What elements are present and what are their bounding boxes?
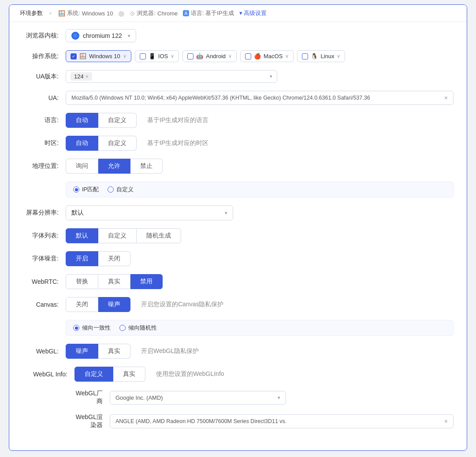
clear-renderer-button[interactable]: ×: [444, 418, 448, 425]
browser-core-label: 浏览器内核:: [22, 32, 62, 40]
system-label: 系统:: [67, 9, 80, 17]
language-auto-button[interactable]: 自动: [66, 113, 98, 128]
language-custom-button[interactable]: 自定义: [98, 113, 137, 128]
canvas-label: Canvas:: [22, 301, 62, 308]
resolution-label: 屏幕分辨率:: [22, 209, 62, 217]
os-item-macos[interactable]: 🍎 MacOS ∨: [240, 50, 294, 62]
chevron-down-icon: ∨: [337, 53, 340, 59]
os-item-linux[interactable]: 🐧 Linux ∨: [297, 50, 345, 62]
geo-radio-custom-circle: [108, 186, 114, 193]
chevron-down-icon: ▾: [128, 33, 130, 39]
webgl-vendor-value: Google Inc. (AMD): [115, 394, 163, 401]
webgl-info-custom-button[interactable]: 自定义: [74, 367, 113, 382]
geo-radio-group: IP匹配 自定义: [66, 182, 454, 197]
language-hint: 基于IP生成对应的语言: [140, 113, 208, 127]
timezone-row: 时区: 自动 自定义 基于IP生成对应的时区: [22, 136, 454, 151]
font-noise-on-button[interactable]: 开启: [66, 251, 98, 266]
webgl-info-btn-group: 自定义 真实: [74, 367, 145, 382]
webrtc-replace-button[interactable]: 替换: [66, 274, 98, 289]
canvas-off-button[interactable]: 关闭: [66, 297, 98, 312]
webgl-info-row: WebGL Info: 自定义 真实 使用您设置的WebGLInfo: [22, 367, 454, 382]
geo-deny-button[interactable]: 禁止: [130, 159, 163, 174]
browser-core-select[interactable]: chromium 122 ▾: [66, 29, 136, 42]
remove-tag-button[interactable]: ×: [86, 74, 89, 80]
canvas-radio-consistent[interactable]: 倾向一致性: [73, 324, 111, 332]
geo-ask-button[interactable]: 询问: [66, 159, 98, 174]
ua-version-label: UA版本:: [22, 73, 62, 81]
webrtc-disable-button[interactable]: 禁用: [130, 274, 163, 289]
windows-icon: 🪟: [79, 53, 86, 59]
font-list-custom-button[interactable]: 自定义: [98, 228, 137, 243]
os-checkbox-windows10: [71, 53, 77, 59]
os-row: 操作系统: 🪟 Windows 10 ∨ 📱 IOS ∨: [22, 50, 454, 62]
os-checkbox-macos: [245, 53, 251, 59]
chevron-down-icon: ∨: [228, 53, 232, 59]
android-icon: 🤖: [196, 53, 203, 59]
font-list-random-button[interactable]: 随机生成: [137, 228, 181, 243]
font-noise-row: 字体噪音: 开启 关闭: [22, 251, 454, 266]
os-label-android: Android: [206, 53, 226, 59]
os-item-windows10[interactable]: 🪟 Windows 10 ∨: [66, 50, 131, 62]
system-value: Windows 10: [82, 10, 113, 17]
browser-core-value: chromium 122: [83, 32, 122, 39]
timezone-custom-button[interactable]: 自定义: [98, 136, 137, 151]
clear-ua-button[interactable]: ×: [444, 94, 448, 101]
resolution-row: 屏幕分辨率: 默认 ▾: [22, 205, 454, 220]
geo-radio-ip-label: IP匹配: [82, 186, 99, 193]
webgl-renderer-row: WebGL渲染器 ANGLE (AMD, AMD Radeon HD 7500M…: [71, 413, 454, 429]
canvas-radio-group: 倾向一致性 倾向随机性: [66, 320, 454, 336]
webrtc-label: WebRTC:: [22, 278, 62, 285]
canvas-radio-random[interactable]: 倾向随机性: [119, 324, 157, 332]
font-list-row: 字体列表: 默认 自定义 随机生成: [22, 228, 454, 243]
os-group: 🪟 Windows 10 ∨ 📱 IOS ∨ 🤖 Android ∨: [66, 50, 345, 62]
geo-radio-ip-circle: [73, 186, 79, 193]
webgl-real-button[interactable]: 真实: [98, 344, 130, 359]
font-list-default-button[interactable]: 默认: [66, 228, 98, 243]
webgl-renderer-input[interactable]: ANGLE (AMD, AMD Radeon HD 7500M/7600M Se…: [110, 414, 454, 428]
os-label: 操作系统:: [22, 52, 62, 60]
chevron-down-icon: ▾: [270, 74, 272, 79]
canvas-noise-button[interactable]: 噪声: [98, 297, 130, 312]
ua-row: UA: Mozilla/5.0 (Windows NT 10.0; Win64;…: [22, 91, 454, 105]
webrtc-btn-group: 替换 真实 禁用: [66, 274, 163, 289]
os-item-android[interactable]: 🤖 Android ∨: [182, 50, 237, 62]
font-noise-off-button[interactable]: 关闭: [98, 251, 130, 266]
ua-version-row: UA版本: 124 × ▾: [22, 70, 454, 83]
geo-radio-custom-label: 自定义: [116, 186, 134, 193]
chevron-down-icon: ▾: [278, 395, 280, 401]
canvas-radio-random-circle: [119, 325, 126, 331]
os-item-ios[interactable]: 📱 IOS ∨: [135, 50, 179, 62]
timezone-auto-button[interactable]: 自动: [66, 136, 98, 151]
webgl-label: WebGL:: [22, 348, 62, 355]
chevron-down-icon: ∨: [285, 53, 289, 59]
canvas-radio-consistent-circle: [73, 325, 79, 331]
webgl-info-hint: 使用您设置的WebGLInfo: [149, 367, 224, 381]
browser-item: ⊙ 浏览器: Chrome: [130, 9, 178, 17]
webrtc-row: WebRTC: 替换 真实 禁用: [22, 274, 454, 289]
webgl-vendor-select[interactable]: Google Inc. (AMD) ▾: [110, 391, 286, 405]
canvas-row: Canvas: 关闭 噪声 开启您设置的Canvas隐私保护: [22, 297, 454, 312]
webgl-info-label: WebGL Info:: [22, 371, 71, 378]
geo-allow-button[interactable]: 允许: [98, 159, 130, 174]
font-noise-btn-group: 开启 关闭: [66, 251, 130, 266]
resolution-select[interactable]: 默认 ▾: [66, 205, 233, 220]
ua-label: UA:: [22, 94, 62, 101]
webgl-info-real-button[interactable]: 真实: [113, 367, 145, 382]
timezone-hint: 基于IP生成对应的时区: [140, 136, 208, 150]
os-checkbox-android: [187, 53, 193, 59]
main-container: 环境参数 ✦ 🪟 系统: Windows 10 ⬤ ⊙ 浏览器: Chrome …: [9, 4, 467, 451]
webgl-vendor-label: WebGL厂商: [71, 390, 106, 405]
browser-value: Chrome: [157, 10, 178, 17]
ua-input-field[interactable]: Mozilla/5.0 (Windows NT 10.0; Win64; x64…: [66, 91, 454, 105]
top-bar: 环境参数 ✦ 🪟 系统: Windows 10 ⬤ ⊙ 浏览器: Chrome …: [9, 5, 467, 22]
resolution-value: 默认: [71, 209, 84, 217]
os-label-ios: IOS: [158, 53, 168, 59]
ua-version-input[interactable]: 124 × ▾: [66, 70, 277, 83]
webrtc-real-button[interactable]: 真实: [98, 274, 130, 289]
webgl-hint: 开启WebGL隐私保护: [134, 344, 199, 358]
geo-radio-custom[interactable]: 自定义: [108, 186, 134, 193]
geo-radio-ip-match[interactable]: IP匹配: [73, 186, 99, 193]
advanced-settings-button[interactable]: ▾ 高级设置: [239, 9, 267, 17]
timezone-btn-group: 自动 自定义: [66, 136, 137, 151]
webgl-noise-button[interactable]: 噪声: [66, 344, 98, 359]
